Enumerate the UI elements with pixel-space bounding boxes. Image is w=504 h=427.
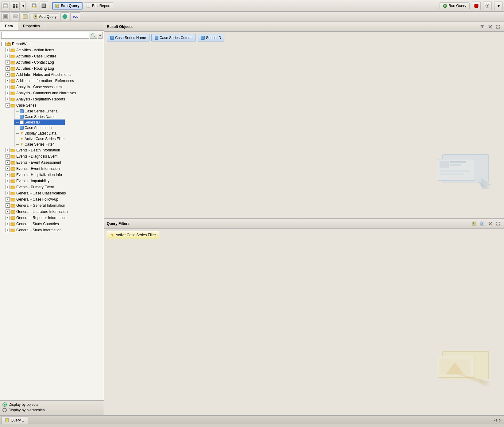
expand-events-information[interactable]: + bbox=[6, 166, 10, 171]
result-chip-seriesid[interactable]: Series ID bbox=[198, 34, 224, 41]
tree-item-addinfo-notes[interactable]: + Add Info - Notes and Attachments bbox=[0, 72, 104, 78]
radio-by-hierarchies[interactable] bbox=[2, 408, 7, 412]
tree-item-cs-annotation[interactable]: Case Annotation bbox=[14, 125, 65, 131]
help-button[interactable]: ? bbox=[483, 2, 492, 10]
tree-item-general-study-info[interactable]: + General - Study Information bbox=[0, 227, 104, 233]
tree-root[interactable]: − ReportWriter bbox=[0, 41, 104, 47]
tree-item-activities-routing[interactable]: + Activities - Routing Log bbox=[0, 65, 104, 72]
tree-container[interactable]: − ReportWriter + Activities - Action Ite… bbox=[0, 40, 104, 400]
tree-item-events-diagnosis[interactable]: + Events - Diagnosis Event bbox=[0, 153, 104, 159]
tb2-btn3[interactable] bbox=[21, 12, 29, 21]
run-query-label: Run Query bbox=[448, 4, 466, 8]
expand-events-primary[interactable]: + bbox=[6, 185, 10, 189]
stop-button[interactable] bbox=[472, 2, 481, 10]
expand-events-imputability[interactable]: + bbox=[6, 179, 10, 183]
filter-chip-active[interactable]: ▼ Active Case Series Filter bbox=[107, 231, 159, 239]
expand-activities-action[interactable]: + bbox=[6, 48, 10, 52]
filters-btn2[interactable] bbox=[479, 220, 486, 227]
tree-item-events-assessment[interactable]: + Events - Event Assessment bbox=[0, 159, 104, 166]
edit-query-button[interactable]: Edit Query bbox=[52, 2, 83, 10]
expand-general-followup[interactable]: + bbox=[6, 197, 10, 202]
display-by-objects-option[interactable]: Display by objects bbox=[2, 402, 101, 407]
tab-properties[interactable]: Properties bbox=[18, 22, 45, 30]
edit-report-button[interactable]: Edit Report bbox=[84, 2, 113, 9]
tree-item-display-latest[interactable]: ▼ Display Latest Data bbox=[14, 131, 65, 136]
expand-events-death[interactable]: + bbox=[6, 148, 10, 152]
nav-prev[interactable]: ◁ bbox=[493, 418, 498, 422]
expand-result-btn[interactable] bbox=[495, 23, 502, 30]
tree-item-activities-action[interactable]: + Activities - Action Items bbox=[0, 47, 104, 53]
tb2-btn2[interactable] bbox=[11, 12, 20, 21]
close-result-btn[interactable] bbox=[487, 23, 494, 30]
expand-activities-routing[interactable]: + bbox=[6, 66, 10, 71]
tree-item-cs-name[interactable]: Case Series Name bbox=[14, 114, 65, 119]
expand-addinfo-notes[interactable]: + bbox=[6, 72, 10, 77]
tree-item-general-reporter[interactable]: + General - Reporter Information bbox=[0, 215, 104, 221]
toolbar-btn-3[interactable] bbox=[30, 2, 38, 10]
toolbar-btn-1[interactable] bbox=[1, 2, 10, 10]
more-button[interactable]: ▾ bbox=[494, 2, 503, 10]
search-dropdown[interactable]: ▾ bbox=[98, 32, 103, 39]
expand-filters-btn[interactable] bbox=[495, 220, 502, 227]
root-expand[interactable]: − bbox=[1, 42, 6, 46]
tree-item-events-imputability[interactable]: + Events - Imputability bbox=[0, 178, 104, 184]
tree-item-general-information[interactable]: + General - General Information bbox=[0, 202, 104, 209]
tree-item-activities-closure[interactable]: + Activities - Case Closure bbox=[0, 53, 104, 59]
filters-btn1[interactable] bbox=[471, 220, 478, 227]
tb2-globe[interactable] bbox=[60, 12, 69, 21]
close-filters-btn[interactable] bbox=[487, 220, 494, 227]
nav-next[interactable]: ▷ bbox=[498, 418, 503, 422]
expand-events-hospitalization[interactable]: + bbox=[6, 173, 10, 177]
tree-item-case-series[interactable]: − Case Series bbox=[0, 102, 104, 108]
radio-by-objects[interactable] bbox=[2, 402, 7, 407]
tree-item-cs-criteria[interactable]: Case Series Criteria bbox=[14, 108, 65, 114]
search-button[interactable] bbox=[90, 32, 97, 39]
tree-item-general-classifications[interactable]: + General - Case Classifications bbox=[0, 190, 104, 196]
result-chip-cscriteria[interactable]: Case Series Criteria bbox=[151, 34, 196, 41]
tree-item-analysis-regulatory[interactable]: + Analysis - Regulatory Reports bbox=[0, 96, 104, 102]
expand-analysis-case[interactable]: + bbox=[6, 85, 10, 89]
result-chip-csname[interactable]: Case Series Name bbox=[107, 34, 149, 41]
tab-data[interactable]: Data bbox=[0, 22, 18, 30]
tree-item-series-filter[interactable]: ▼ Case Series Filter bbox=[14, 142, 65, 147]
tree-item-general-study-countries[interactable]: + General - Study Countries bbox=[0, 221, 104, 227]
expand-events-diagnosis[interactable]: + bbox=[6, 154, 10, 159]
tree-item-general-followup[interactable]: + General - Case Follow-up bbox=[0, 196, 104, 202]
toolbar-btn-dropdown[interactable]: ▾ bbox=[21, 2, 26, 10]
expand-general-information[interactable]: + bbox=[6, 203, 10, 208]
expand-case-series[interactable]: − bbox=[6, 103, 10, 108]
query-filters-placeholder bbox=[104, 321, 504, 415]
expand-general-study-info[interactable]: + bbox=[6, 228, 10, 232]
tb2-btn1[interactable] bbox=[1, 12, 10, 21]
tree-item-additional-info[interactable]: + Additional Information - References bbox=[0, 78, 104, 84]
expand-general-study-countries[interactable]: + bbox=[6, 222, 10, 226]
run-query-button[interactable]: Run Query bbox=[440, 2, 470, 9]
tree-item-events-hospitalization[interactable]: + Events - Hospitalization Info bbox=[0, 172, 104, 178]
tree-item-events-death[interactable]: + Events - Death Information bbox=[0, 147, 104, 153]
display-by-hierarchies-option[interactable]: Display by hierarchies bbox=[2, 408, 101, 412]
add-query-button[interactable]: + Add Query bbox=[31, 13, 59, 20]
tree-item-analysis-comments[interactable]: + Analysis - Comments and Narratives bbox=[0, 90, 104, 96]
tree-item-active-filter[interactable]: ▼ Active Case Series Filter bbox=[14, 136, 65, 142]
expand-additional-info[interactable]: + bbox=[6, 79, 10, 83]
tree-item-events-primary[interactable]: + Events - Primary Event bbox=[0, 184, 104, 190]
expand-analysis-comments[interactable]: + bbox=[6, 91, 10, 95]
expand-general-classifications[interactable]: + bbox=[6, 191, 10, 195]
query-tab-1[interactable]: Query 1 bbox=[1, 417, 28, 424]
tb2-sql[interactable]: SQL bbox=[70, 12, 80, 21]
tree-item-analysis-case[interactable]: + Analysis - Case Assessment bbox=[0, 84, 104, 90]
expand-activities-closure[interactable]: + bbox=[6, 54, 10, 58]
search-input[interactable] bbox=[1, 32, 89, 39]
tree-item-cs-id[interactable]: Series ID bbox=[14, 119, 65, 125]
filter-icon-btn[interactable] bbox=[479, 23, 486, 30]
expand-analysis-regulatory[interactable]: + bbox=[6, 97, 10, 101]
expand-events-assessment[interactable]: + bbox=[6, 160, 10, 165]
tree-item-general-literature[interactable]: + General - Literature Information bbox=[0, 209, 104, 215]
tree-item-activities-contact[interactable]: + Activities - Contact Log bbox=[0, 59, 104, 65]
toolbar-btn-4[interactable] bbox=[40, 2, 48, 10]
expand-general-literature[interactable]: + bbox=[6, 210, 10, 214]
expand-activities-contact[interactable]: + bbox=[6, 60, 10, 65]
expand-general-reporter[interactable]: + bbox=[6, 216, 10, 220]
toolbar-btn-2[interactable] bbox=[11, 2, 20, 10]
tree-item-events-information[interactable]: + Events - Event Information bbox=[0, 166, 104, 172]
